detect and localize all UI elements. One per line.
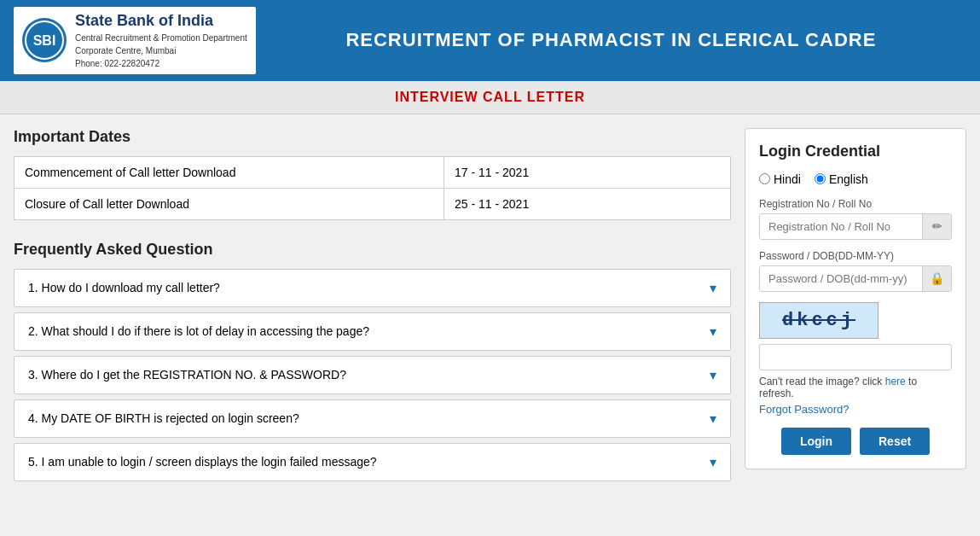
faq-item[interactable]: 2. What should I do if there is lot of d… bbox=[14, 312, 731, 351]
password-input[interactable] bbox=[760, 266, 922, 291]
page-title: RECRUITMENT OF PHARMACIST IN CLERICAL CA… bbox=[256, 29, 966, 51]
language-selector: Hindi English bbox=[759, 172, 952, 186]
date-value: 17 - 11 - 2021 bbox=[444, 156, 731, 188]
date-value: 25 - 11 - 2021 bbox=[444, 188, 731, 219]
hindi-radio[interactable] bbox=[759, 173, 770, 184]
faq-question: 1. How do I download my call letter? bbox=[28, 281, 220, 294]
bank-address: Corporate Centre, Mumbai bbox=[75, 45, 247, 56]
important-dates-title: Important Dates bbox=[14, 128, 731, 146]
password-label: Password / DOB(DD-MM-YY) bbox=[759, 250, 952, 262]
login-button[interactable]: Login bbox=[781, 428, 851, 455]
hindi-radio-label[interactable]: Hindi bbox=[759, 172, 801, 186]
faq-item[interactable]: 5. I am unable to login / screen display… bbox=[14, 443, 731, 481]
chevron-down-icon: ▾ bbox=[710, 454, 716, 470]
faq-question: 2. What should I do if there is lot of d… bbox=[28, 324, 369, 338]
chevron-down-icon: ▾ bbox=[710, 411, 716, 427]
captcha-refresh-text: Can't read the image? click here to refr… bbox=[759, 376, 952, 399]
english-radio-label[interactable]: English bbox=[815, 172, 868, 186]
bank-name: State Bank of India bbox=[75, 12, 247, 31]
captcha-input[interactable] bbox=[759, 344, 952, 370]
faq-question: 3. Where do I get the REGISTRATION NO. &… bbox=[28, 368, 346, 382]
faq-item[interactable]: 3. Where do I get the REGISTRATION NO. &… bbox=[14, 356, 731, 394]
english-radio[interactable] bbox=[815, 173, 826, 184]
faq-question: 4. My DATE OF BIRTH is rejected on login… bbox=[28, 411, 299, 425]
reg-label: Registration No / Roll No bbox=[759, 198, 952, 210]
captcha-image: dkccj bbox=[759, 302, 879, 339]
login-buttons: Login Reset bbox=[759, 428, 952, 455]
sub-header: INTERVIEW CALL LETTER bbox=[0, 81, 980, 114]
chevron-down-icon: ▾ bbox=[710, 280, 716, 296]
chevron-down-icon: ▾ bbox=[710, 367, 716, 383]
sub-header-label: INTERVIEW CALL LETTER bbox=[395, 90, 585, 104]
edit-icon: ✏ bbox=[922, 214, 951, 239]
hindi-label: Hindi bbox=[774, 172, 801, 186]
login-title: Login Credential bbox=[759, 143, 952, 160]
dates-table: Commencement of Call letter Download 17 … bbox=[14, 156, 731, 220]
faq-title: Frequently Asked Question bbox=[14, 241, 731, 259]
reg-input[interactable] bbox=[760, 214, 922, 239]
svg-text:SBI: SBI bbox=[33, 33, 56, 48]
chevron-down-icon: ▾ bbox=[710, 323, 716, 340]
header: SBI State Bank of India Central Recruitm… bbox=[0, 0, 980, 81]
faq-item[interactable]: 4. My DATE OF BIRTH is rejected on login… bbox=[14, 399, 731, 438]
password-input-wrapper: 🔒 bbox=[759, 265, 952, 292]
header-logo: SBI State Bank of India Central Recruitm… bbox=[14, 7, 256, 74]
table-row: Commencement of Call letter Download 17 … bbox=[14, 156, 731, 188]
reset-button[interactable]: Reset bbox=[860, 428, 930, 455]
main-content: Important Dates Commencement of Call let… bbox=[0, 114, 980, 500]
bank-dept: Central Recruitment & Promotion Departme… bbox=[75, 32, 247, 44]
lock-icon: 🔒 bbox=[922, 266, 951, 291]
sbi-logo-icon: SBI bbox=[22, 18, 67, 62]
faq-question: 5. I am unable to login / screen display… bbox=[28, 455, 377, 469]
date-label: Commencement of Call letter Download bbox=[14, 156, 444, 188]
faq-item[interactable]: 1. How do I download my call letter? ▾ bbox=[14, 269, 731, 307]
table-row: Closure of Call letter Download 25 - 11 … bbox=[14, 188, 731, 219]
reg-input-wrapper: ✏ bbox=[759, 213, 952, 240]
left-panel: Important Dates Commencement of Call let… bbox=[14, 128, 731, 486]
bank-phone: Phone: 022-22820472 bbox=[75, 58, 247, 69]
login-panel: Login Credential Hindi English Registrat… bbox=[745, 128, 966, 469]
faq-list: 1. How do I download my call letter? ▾2.… bbox=[14, 269, 731, 481]
forgot-password-link[interactable]: Forgot Password? bbox=[759, 403, 952, 416]
date-label: Closure of Call letter Download bbox=[14, 188, 444, 219]
captcha-refresh-link[interactable]: here bbox=[885, 376, 906, 387]
english-label: English bbox=[829, 172, 868, 186]
